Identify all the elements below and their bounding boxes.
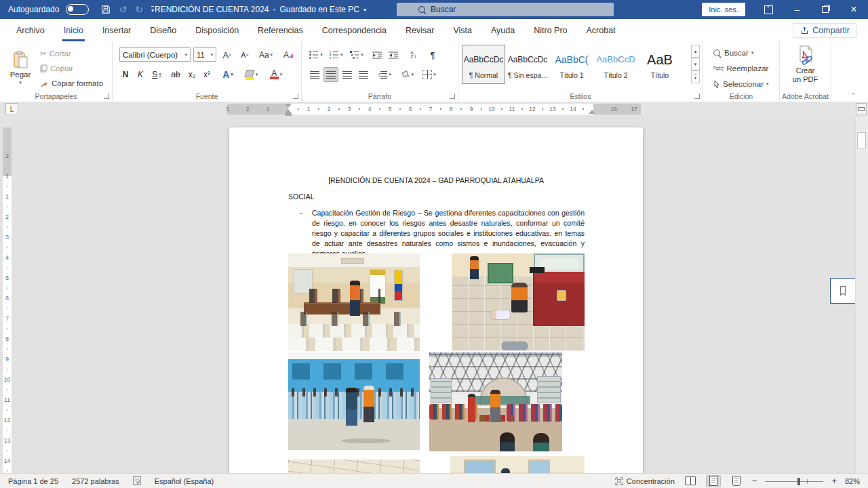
horizontal-ruler[interactable]: 32112345678910111213141617 <box>227 104 641 115</box>
tab-archivo[interactable]: Archivo <box>7 20 54 41</box>
text-effects-button[interactable]: A <box>218 67 237 82</box>
page-indicator[interactable]: Página 1 de 25 <box>8 477 58 485</box>
tab-ayuda[interactable]: Ayuda <box>481 20 524 41</box>
redo-icon[interactable]: ↻ <box>135 4 143 15</box>
clear-formatting-button[interactable]: A◢ <box>281 47 296 62</box>
web-layout-button[interactable] <box>729 475 744 487</box>
first-line-indent-marker[interactable] <box>285 104 292 108</box>
proofing-icon[interactable] <box>133 476 141 487</box>
sort-button[interactable]: AZ↓ <box>405 47 422 62</box>
share-button[interactable]: Compartir <box>793 23 857 38</box>
select-button[interactable]: Seleccionar▾ <box>711 77 771 91</box>
zoom-level[interactable]: 82% <box>845 477 860 485</box>
superscript-button[interactable]: x² <box>199 67 214 82</box>
replace-button[interactable]: ᵇ⇄c Reemplazar <box>711 62 770 75</box>
document-page[interactable]: RENDICIÓN DE CUENTA 2024 – GAD PARROQUIA… <box>229 127 643 473</box>
font-dialog-launcher[interactable] <box>293 94 298 99</box>
multilevel-list-button[interactable] <box>348 47 366 62</box>
close-button[interactable]: × <box>840 0 868 19</box>
photo-gym-hall-circle[interactable] <box>429 352 562 451</box>
increase-indent-button[interactable] <box>386 47 401 62</box>
clipboard-dialog-launcher[interactable] <box>104 94 109 99</box>
save-icon[interactable] <box>101 5 111 14</box>
font-color-button[interactable]: A <box>266 67 286 82</box>
align-center-button[interactable] <box>323 67 338 82</box>
tab-inicio[interactable]: Inicio <box>54 20 93 41</box>
right-indent-marker[interactable] <box>589 110 595 114</box>
justify-button[interactable] <box>356 67 371 82</box>
tab-dise-o[interactable]: Diseño <box>140 20 186 41</box>
numbering-button[interactable] <box>328 47 345 62</box>
zoom-in-button[interactable]: + <box>831 476 837 486</box>
vertical-ruler[interactable]: 211234567891011121314 <box>3 127 12 473</box>
photo-partial-ceiling[interactable] <box>288 460 420 473</box>
comment-indicator[interactable] <box>830 278 856 304</box>
chevron-down-icon[interactable]: ▾ <box>363 7 366 13</box>
tab-revisar[interactable]: Revisar <box>396 20 443 41</box>
search-box[interactable]: Buscar <box>397 3 614 16</box>
ruler-toggle-button[interactable] <box>856 103 867 115</box>
bold-button[interactable]: N <box>118 67 133 82</box>
paragraph-dialog-launcher[interactable] <box>450 94 455 99</box>
zoom-slider-thumb[interactable] <box>797 478 800 485</box>
show-marks-button[interactable]: ¶ <box>425 47 440 62</box>
highlight-color-button[interactable] <box>241 67 262 82</box>
photo-capacitacion-meeting-room[interactable] <box>288 253 420 351</box>
photo-cpr-training-session[interactable] <box>452 253 585 350</box>
cut-button[interactable]: ✂Cortar <box>38 47 73 60</box>
align-right-button[interactable] <box>340 67 355 82</box>
tab-correspondencia[interactable]: Correspondencia <box>313 20 396 41</box>
line-spacing-button[interactable]: ↕ <box>375 67 394 82</box>
save-status[interactable]: Guardado en Este PC <box>280 5 359 14</box>
autosave-toggle[interactable] <box>66 4 89 15</box>
font-name-select[interactable]: Calibri (Cuerpo)▾ <box>119 47 191 62</box>
restore-button[interactable] <box>811 0 840 19</box>
tab-nitro-pro[interactable]: Nitro Pro <box>524 20 576 41</box>
italic-button[interactable]: K <box>133 67 148 82</box>
shading-button[interactable] <box>398 67 417 82</box>
language-indicator[interactable]: Español (España) <box>155 477 214 485</box>
copy-button[interactable]: Copiar <box>38 62 75 75</box>
styles-dialog-launcher[interactable] <box>694 94 700 99</box>
style-t-tulo-1[interactable]: AaBbC(Título 1 <box>550 45 593 84</box>
ribbon-display-options-button[interactable] <box>754 0 783 19</box>
focus-mode-button[interactable]: Concentración <box>615 477 675 485</box>
style--normal[interactable]: AaBbCcDc¶ Normal <box>462 45 505 84</box>
vertical-scrollbar[interactable] <box>855 117 868 473</box>
decrease-indent-button[interactable] <box>370 47 384 62</box>
align-left-button[interactable] <box>307 67 322 82</box>
read-mode-button[interactable] <box>683 475 698 487</box>
tab-stop-selector[interactable]: L <box>5 103 18 115</box>
photo-partial-room[interactable] <box>450 456 585 473</box>
gallery-up-button[interactable]: ▴ <box>691 45 700 58</box>
quick-access-more-icon[interactable]: ▾ <box>151 6 154 14</box>
font-size-select[interactable]: 11▾ <box>193 47 216 62</box>
collapse-ribbon-button[interactable]: ⌃ <box>850 92 856 99</box>
tab-referencias[interactable]: Referencias <box>248 20 313 41</box>
paste-button[interactable]: Pegar ▾ <box>5 45 35 91</box>
find-button[interactable]: Buscar▾ <box>711 46 755 60</box>
word-count[interactable]: 2572 palabras <box>72 477 119 485</box>
left-indent-marker[interactable] <box>285 113 292 116</box>
sign-in-button[interactable]: Inic. ses. <box>702 3 745 16</box>
photo-school-courtyard-talk[interactable] <box>288 352 420 450</box>
tab-insertar[interactable]: Insertar <box>93 20 140 41</box>
minimize-button[interactable]: – <box>783 0 811 19</box>
grow-font-button[interactable]: A˄ <box>220 47 235 62</box>
underline-button[interactable]: S <box>148 67 165 82</box>
scrollbar-thumb[interactable] <box>857 132 866 148</box>
zoom-slider[interactable] <box>765 477 823 485</box>
undo-icon[interactable]: ↺ <box>119 4 127 15</box>
tab-acrobat[interactable]: Acrobat <box>577 20 625 41</box>
create-pdf-button[interactable]: Crear un PDF <box>780 45 831 83</box>
subscript-button[interactable]: x₂ <box>184 67 199 82</box>
style-t-tulo[interactable]: AaBTítulo <box>638 45 682 84</box>
zoom-out-button[interactable]: − <box>752 476 757 486</box>
change-case-button[interactable]: Aa <box>256 47 275 62</box>
print-layout-button[interactable] <box>706 475 721 487</box>
strikethrough-button[interactable]: ab <box>168 67 183 82</box>
borders-button[interactable] <box>420 67 439 82</box>
bullets-button[interactable] <box>307 47 325 62</box>
style-t-tulo-2[interactable]: AaBbCcDTítulo 2 <box>594 45 637 84</box>
tab-disposici-n[interactable]: Disposición <box>186 20 248 41</box>
